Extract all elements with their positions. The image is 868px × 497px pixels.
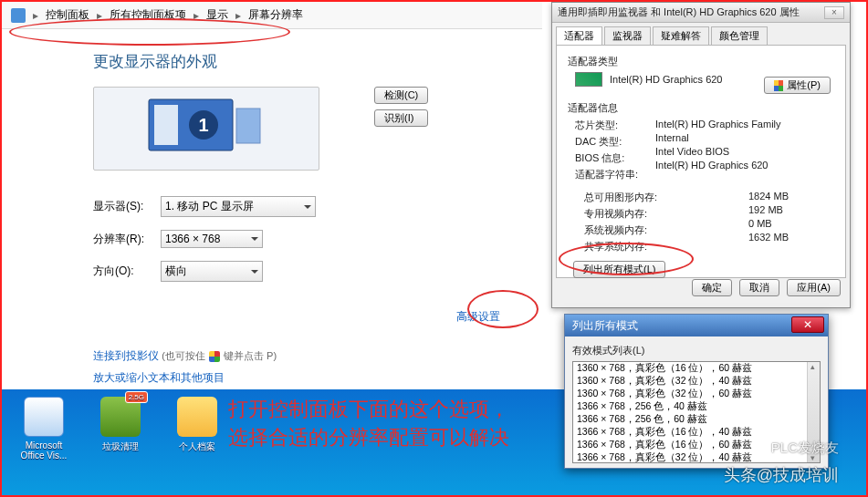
- resolution-select[interactable]: 1366 × 768: [161, 230, 263, 248]
- window-title-bar[interactable]: 列出所有模式 ✕: [565, 315, 828, 337]
- list-item[interactable]: 1366 × 768，真彩色（16 位），40 赫兹: [573, 426, 820, 439]
- control-panel-icon: [11, 8, 26, 23]
- mem-label: 共享系统内存:: [584, 240, 748, 254]
- tab-adapter[interactable]: 适配器: [556, 26, 602, 45]
- desktop-icon-label: 个人档案: [179, 440, 215, 453]
- window-title: 列出所有模式: [572, 318, 638, 334]
- monitor-icon: 1: [147, 98, 266, 160]
- tab-troubleshoot[interactable]: 疑难解答: [653, 26, 709, 45]
- desktop-icon-personal[interactable]: 个人档案: [170, 397, 225, 453]
- advanced-settings-link[interactable]: 高级设置: [93, 309, 513, 325]
- projector-hint: (也可按住键并点击 P): [162, 350, 277, 361]
- chevron-right-icon: ▸: [33, 9, 38, 22]
- mem-label: 系统视频内存:: [584, 223, 748, 237]
- breadcrumb-item[interactable]: 控制面板: [46, 7, 89, 23]
- desktop-icon-label: Microsoft Office Vis...: [16, 440, 71, 461]
- chevron-right-icon: ▸: [97, 9, 102, 22]
- desktop-icon-office[interactable]: Microsoft Office Vis...: [16, 397, 71, 461]
- list-item[interactable]: 1360 × 768，真彩色（32 位），60 赫兹: [573, 388, 820, 400]
- detect-button[interactable]: 检测(C): [374, 87, 428, 104]
- svg-rect-1: [154, 105, 178, 145]
- close-icon[interactable]: ×: [824, 6, 844, 19]
- list-item[interactable]: 1360 × 768，真彩色（32 位），40 赫兹: [573, 375, 820, 388]
- orientation-label: 方向(O):: [93, 264, 150, 279]
- projector-link[interactable]: 连接到投影仪: [93, 349, 159, 362]
- display-select[interactable]: 1. 移动 PC 显示屏: [161, 196, 316, 217]
- svg-rect-4: [236, 109, 260, 143]
- adapter-chip-icon: [575, 72, 602, 87]
- chevron-down-icon: [251, 237, 258, 241]
- trash-icon: 2.5G: [100, 397, 141, 437]
- info-label: DAC 类型:: [575, 135, 655, 149]
- list-item[interactable]: 1366 × 768，256 色，60 赫兹: [573, 413, 820, 426]
- watermark: 头条@技成培训: [724, 464, 839, 486]
- info-value: Internal: [655, 132, 781, 143]
- orientation-select[interactable]: 横向: [161, 261, 263, 282]
- list-item[interactable]: 1366 × 768，256 色，40 赫兹: [573, 400, 820, 413]
- shield-icon: [774, 80, 783, 91]
- breadcrumb-item[interactable]: 屏幕分辨率: [248, 7, 303, 23]
- chevron-right-icon: ▸: [235, 9, 241, 22]
- mem-label: 专用视频内存:: [584, 207, 748, 221]
- mem-value: 0 MB: [748, 218, 789, 229]
- monitor-preview[interactable]: 1: [93, 87, 319, 171]
- tab-color[interactable]: 颜色管理: [711, 26, 768, 45]
- mem-label: 总可用图形内存:: [584, 191, 748, 204]
- trash-badge: 2.5G: [125, 391, 148, 403]
- desktop-icon-label: 垃圾清理: [102, 440, 139, 453]
- chevron-down-icon: [304, 205, 311, 209]
- adapter-properties-button[interactable]: 属性(P): [764, 77, 831, 94]
- info-value: Intel Video BIOS: [655, 146, 781, 157]
- info-label: 适配器字符串:: [575, 168, 655, 181]
- info-label: BIOS 信息:: [575, 151, 655, 165]
- breadcrumb-item[interactable]: 所有控制面板项: [110, 7, 186, 23]
- svg-text:1: 1: [198, 115, 208, 135]
- list-item[interactable]: 1360 × 768，真彩色（16 位），60 赫兹: [573, 362, 820, 375]
- folder-icon: [177, 397, 217, 437]
- window-title: 通用即插即用监视器 和 Intel(R) HD Graphics 620 属性: [558, 5, 800, 19]
- ok-button[interactable]: 确定: [692, 279, 732, 296]
- tab-monitor[interactable]: 监视器: [604, 26, 651, 45]
- dialog-footer: 确定 取消 应用(A): [552, 272, 850, 304]
- page-title: 更改显示器的外观: [93, 51, 513, 72]
- adapter-type-value: Intel(R) HD Graphics 620: [610, 74, 723, 85]
- chevron-down-icon: [251, 270, 258, 274]
- info-value: Intel(R) HD Graphics 620: [655, 160, 781, 171]
- cancel-button[interactable]: 取消: [739, 279, 779, 296]
- modes-list-label: 有效模式列表(L): [572, 344, 821, 357]
- watermark: PLC发烧友: [771, 440, 839, 457]
- info-value: Intel(R) HD Graphics Family: [655, 119, 781, 129]
- info-label: 芯片类型:: [575, 119, 655, 132]
- breadcrumb-item[interactable]: 显示: [206, 7, 228, 23]
- identify-button[interactable]: 识别(I): [374, 109, 428, 127]
- office-icon: [24, 397, 64, 437]
- adapter-info-heading: 适配器信息: [568, 101, 834, 115]
- breadcrumb[interactable]: ▸ 控制面板 ▸ 所有控制面板项 ▸ 显示 ▸ 屏幕分辨率: [2, 2, 542, 29]
- tab-body: 适配器类型 Intel(R) HD Graphics 620 属性(P) 适配器…: [556, 45, 846, 278]
- adapter-properties-window: 通用即插即用监视器 和 Intel(R) HD Graphics 620 属性 …: [551, 2, 851, 308]
- chevron-right-icon: ▸: [193, 9, 199, 22]
- display-label: 显示器(S):: [93, 199, 150, 214]
- mem-value: 1824 MB: [748, 191, 789, 202]
- textsize-link[interactable]: 放大或缩小文本和其他项目: [93, 367, 513, 388]
- adapter-type-heading: 适配器类型: [568, 55, 834, 68]
- close-icon[interactable]: ✕: [791, 316, 824, 333]
- resolution-label: 分辨率(R):: [93, 232, 150, 247]
- apply-button[interactable]: 应用(A): [787, 279, 841, 296]
- mem-value: 192 MB: [748, 204, 789, 215]
- window-title-bar[interactable]: 通用即插即用监视器 和 Intel(R) HD Graphics 620 属性 …: [552, 3, 850, 23]
- mem-value: 1632 MB: [748, 232, 789, 243]
- tab-strip: 适配器 监视器 疑难解答 颜色管理: [552, 23, 850, 45]
- windows-key-icon: [209, 351, 220, 362]
- desktop-icon-trash[interactable]: 2.5G 垃圾清理: [93, 397, 148, 453]
